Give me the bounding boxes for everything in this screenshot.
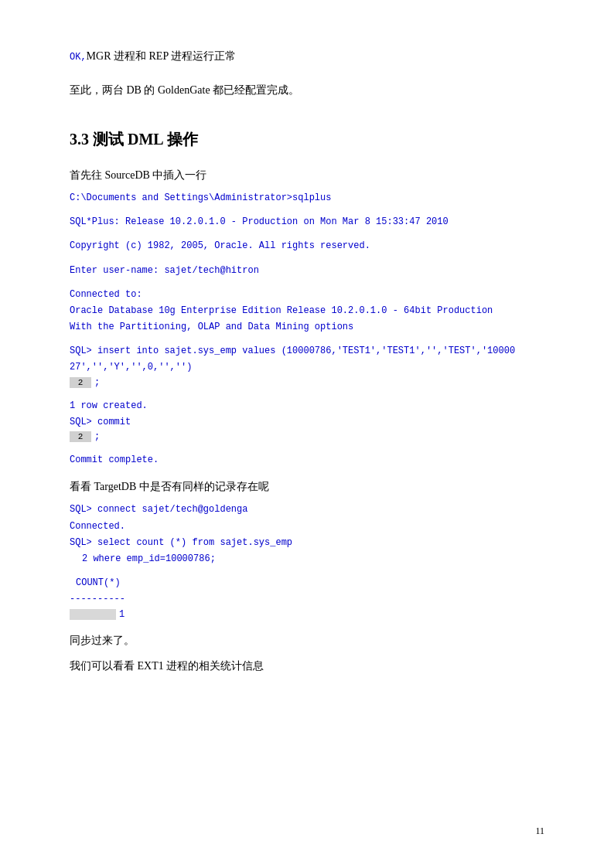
target-check: 看看 TargetDB 中是否有同样的记录存在呢 [70,477,544,496]
copyright-text: Copyright (c) 1982, 2005, Oracle. All ri… [70,239,544,254]
sql-select: SQL> select count (*) from sajet.sys_emp [70,536,544,550]
sync-done-line2: 我们可以看看 EXT1 进程的相关统计信息 [70,656,544,676]
section-title: 3.3 测试 DML 操作 [70,129,544,150]
sqlplus-release: SQL*Plus: Release 10.2.0.1.0 - Productio… [70,215,544,230]
count-value-text: 1 [119,609,125,620]
conclusion-text: 至此，两台 DB 的 GoldenGate 都已经配置完成。 [70,80,544,100]
enter-username: Enter user-name: sajet/tech@hitron [70,264,544,278]
sql-insert-line2: 27','','Y','',0,'','') [70,360,544,375]
semicolon-2: ; [94,431,100,442]
sql-insert-line1: SQL> insert into sajet.sys_emp values (1… [70,344,544,359]
ok-code: OK, [70,52,87,63]
ok-detail: MGR 进程和 REP 进程运行正常 [87,50,237,62]
where-text: 2 where emp_id=10000786; [82,553,216,564]
indent-num-1: 2 [70,377,91,388]
count-header-text: COUNT(*) [76,577,121,588]
sync-done-line1: 同步过来了。 [70,631,544,650]
count-separator: ---------- [70,592,544,607]
indent-num-2: 2 [70,431,91,442]
row-created: 1 row created. [70,399,544,414]
oracle-db-line1: Oracle Database 10g Enterprise Edition R… [70,304,544,318]
indent-box-1: 2 ; [70,377,544,388]
count-value-row: 1 [70,609,544,620]
intro-line1: 首先往 SourceDB 中插入一行 [70,165,544,185]
sql-connect: SQL> connect sajet/tech@goldenga [70,502,544,517]
count-value-box [70,609,116,620]
where-clause: 2 where emp_id=10000786; [70,552,544,567]
count-header: COUNT(*) [70,576,544,591]
indent-box-2: 2 ; [70,431,544,442]
commit-complete: Commit complete. [70,453,544,468]
connected-label: Connected. [70,519,544,534]
page-number: 11 [535,825,544,837]
sql-commit: SQL> commit [70,415,544,430]
ok-line: OK,MGR 进程和 REP 进程运行正常 [70,46,544,66]
oracle-db-line2: With the Partitioning, OLAP and Data Min… [70,320,544,335]
sqlplus-path: C:\Documents and Settings\Administrator>… [70,191,544,206]
connected-to-label: Connected to: [70,288,544,302]
semicolon-1: ; [94,377,100,388]
page: OK,MGR 进程和 REP 进程运行正常 至此，两台 DB 的 GoldenG… [0,0,614,868]
